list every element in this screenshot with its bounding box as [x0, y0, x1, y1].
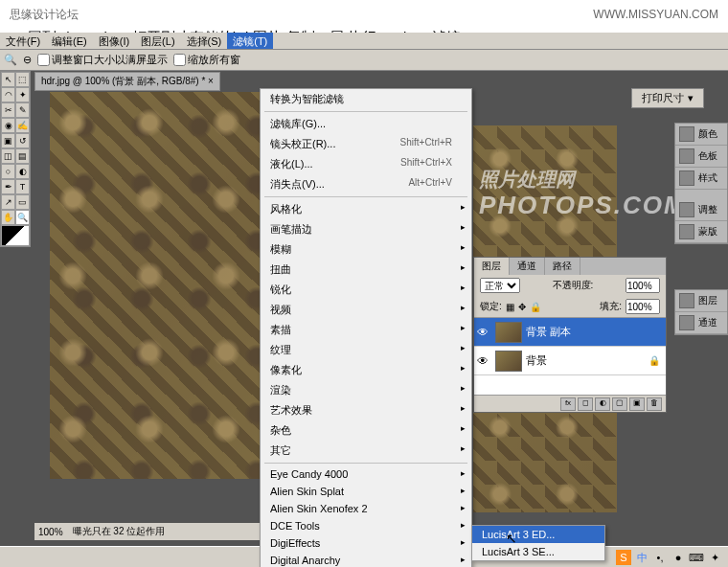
tool-pen[interactable]: ✒: [1, 179, 15, 194]
layers-icon: [679, 293, 694, 308]
canvas-image[interactable]: [50, 92, 278, 479]
opacity-input[interactable]: [626, 278, 660, 293]
tool-crop[interactable]: ✂: [1, 102, 15, 118]
filter-video[interactable]: 视频: [261, 300, 471, 320]
panel-masks[interactable]: 蒙版: [675, 221, 727, 243]
tool-dodge[interactable]: ◐: [15, 164, 30, 179]
visibility-icon[interactable]: 👁: [474, 326, 491, 339]
panel-styles[interactable]: 样式: [675, 168, 727, 190]
filter-pixelate[interactable]: 像素化: [261, 360, 471, 380]
panel-channels-dock[interactable]: 通道: [675, 312, 727, 334]
filter-blur[interactable]: 模糊: [261, 239, 471, 260]
tray-icon-kb[interactable]: ⌨: [689, 550, 704, 565]
layer-name[interactable]: 背景: [526, 353, 547, 368]
tool-brush[interactable]: ✍: [15, 118, 30, 133]
tool-gradient[interactable]: ▤: [15, 148, 30, 164]
tool-heal[interactable]: ◉: [1, 118, 15, 133]
tool-eraser[interactable]: ◫: [1, 148, 15, 164]
zoom-all-checkbox[interactable]: 缩放所有窗: [173, 53, 240, 67]
filter-lens[interactable]: 镜头校正(R)...Shift+Ctrl+R: [261, 134, 471, 154]
tab-paths[interactable]: 路径: [545, 258, 580, 275]
tool-eyedrop[interactable]: ✎: [15, 102, 30, 118]
tray-icon-settings[interactable]: ✦: [707, 550, 722, 565]
filter-gallery[interactable]: 滤镜库(G)...: [261, 114, 471, 134]
fill-input[interactable]: [626, 299, 660, 314]
tool-marquee[interactable]: ⬚: [15, 72, 30, 87]
filter-other[interactable]: 其它: [261, 441, 471, 461]
filter-eyecandy[interactable]: Eye Candy 4000: [261, 465, 471, 483]
document-tab[interactable]: hdr.jpg @ 100% (背景 副本, RGB/8#) * ×: [34, 72, 220, 91]
layer-thumbnail: [495, 322, 522, 343]
tool-history[interactable]: ↺: [15, 133, 30, 148]
filter-distort[interactable]: 扭曲: [261, 260, 471, 280]
filter-stylize[interactable]: 风格化: [261, 199, 471, 219]
filter-liquify[interactable]: 液化(L)...Shift+Ctrl+X: [261, 154, 471, 174]
tool-text[interactable]: T: [15, 179, 30, 194]
filter-alienskin-xenofex[interactable]: Alien Skin Xenofex 2: [261, 500, 471, 517]
print-size-button[interactable]: 打印尺寸▾: [631, 88, 704, 108]
tool-hand[interactable]: ✋: [1, 210, 15, 225]
panel-swatches[interactable]: 色板: [675, 146, 727, 168]
tray-icon-ime[interactable]: 中: [634, 550, 649, 565]
photoshop-window: 文件(F) 编辑(E) 图像(I) 图层(L) 选择(S) 滤镜(T) 🔍 ⊖ …: [0, 33, 728, 546]
lucisart-ed[interactable]: LucisArt 3 ED...: [472, 526, 604, 543]
panel-color[interactable]: 颜色: [675, 124, 727, 146]
tool-blur[interactable]: ○: [1, 164, 15, 179]
menu-filter[interactable]: 滤镜(T): [227, 33, 273, 49]
layer-row[interactable]: 👁 背景 副本: [474, 318, 666, 347]
tool-move[interactable]: ↖: [1, 72, 15, 87]
filter-texture[interactable]: 纹理: [261, 340, 471, 360]
tab-channels[interactable]: 通道: [510, 258, 545, 275]
lock-label: 锁定:: [480, 300, 502, 313]
group-button[interactable]: ▢: [612, 397, 627, 411]
menu-file[interactable]: 文件(F): [0, 33, 46, 49]
filter-noise[interactable]: 杂色: [261, 420, 471, 441]
menu-image[interactable]: 图像(I): [93, 33, 135, 49]
filter-alienskin-splat[interactable]: Alien Skin Splat: [261, 483, 471, 500]
lock-all-icon[interactable]: 🔒: [530, 302, 541, 312]
lock-position-icon[interactable]: ✥: [518, 302, 526, 312]
panel-layers-dock[interactable]: 图层: [675, 290, 727, 312]
menu-edit[interactable]: 编辑(E): [46, 33, 93, 49]
filter-digieffects[interactable]: DigiEffects: [261, 534, 471, 552]
blend-mode-select[interactable]: 正常: [480, 278, 520, 293]
filter-brushstrokes[interactable]: 画笔描边: [261, 219, 471, 239]
filter-sketch[interactable]: 素描: [261, 320, 471, 340]
tray-icon-punct[interactable]: •,: [652, 550, 668, 565]
layer-name[interactable]: 背景 副本: [526, 325, 571, 339]
menu-layer[interactable]: 图层(L): [135, 33, 180, 49]
resize-window-checkbox[interactable]: 调整窗口大小以满屏显示: [37, 53, 168, 67]
filter-smart[interactable]: 转换为智能滤镜: [261, 89, 471, 109]
tool-shape[interactable]: ▭: [15, 194, 30, 210]
new-layer-button[interactable]: ▣: [629, 397, 645, 411]
tray-icon-s[interactable]: S: [616, 550, 631, 565]
lock-pixels-icon[interactable]: ▦: [506, 302, 514, 312]
panel-adjustments[interactable]: 调整: [675, 199, 727, 221]
filter-dce[interactable]: DCE Tools: [261, 517, 471, 534]
tool-wand[interactable]: ✦: [15, 87, 30, 102]
filter-render[interactable]: 渲染: [261, 380, 471, 400]
filter-artistic[interactable]: 艺术效果: [261, 400, 471, 420]
lucis-submenu: LucisArt 3 ED... LucisArt 3 SE...: [471, 525, 605, 561]
visibility-icon[interactable]: 👁: [474, 354, 491, 368]
status-text: 曝光只在 32 位起作用: [73, 525, 166, 538]
tool-zoom[interactable]: 🔍: [15, 210, 30, 225]
delete-button[interactable]: 🗑: [647, 397, 662, 411]
layer-row[interactable]: 👁 背景 🔒: [474, 347, 666, 375]
lucisart-se[interactable]: LucisArt 3 SE...: [472, 543, 604, 560]
menu-select[interactable]: 选择(S): [181, 33, 228, 49]
tool-stamp[interactable]: ▣: [1, 133, 15, 148]
filter-sharpen[interactable]: 锐化: [261, 280, 471, 300]
layers-panel: 图层 通道 路径 正常 不透明度: 锁定: ▦ ✥ 🔒 填充: 👁 背景 副本 …: [473, 257, 667, 413]
tool-path[interactable]: ↗: [1, 194, 15, 210]
tool-lasso[interactable]: ◠: [1, 87, 15, 102]
fx-button[interactable]: fx: [560, 397, 576, 411]
tool-fgbg[interactable]: [1, 225, 30, 246]
tab-layers[interactable]: 图层: [474, 258, 510, 275]
tray-icon-full[interactable]: ●: [671, 550, 686, 565]
mask-button[interactable]: ◻: [578, 397, 593, 411]
adjustment-button[interactable]: ◐: [595, 397, 610, 411]
filter-digital-anarchy[interactable]: Digital Anarchy: [261, 552, 471, 567]
zoom-minus-icon[interactable]: ⊖: [23, 54, 32, 66]
filter-vanish[interactable]: 消失点(V)...Alt+Ctrl+V: [261, 174, 471, 194]
